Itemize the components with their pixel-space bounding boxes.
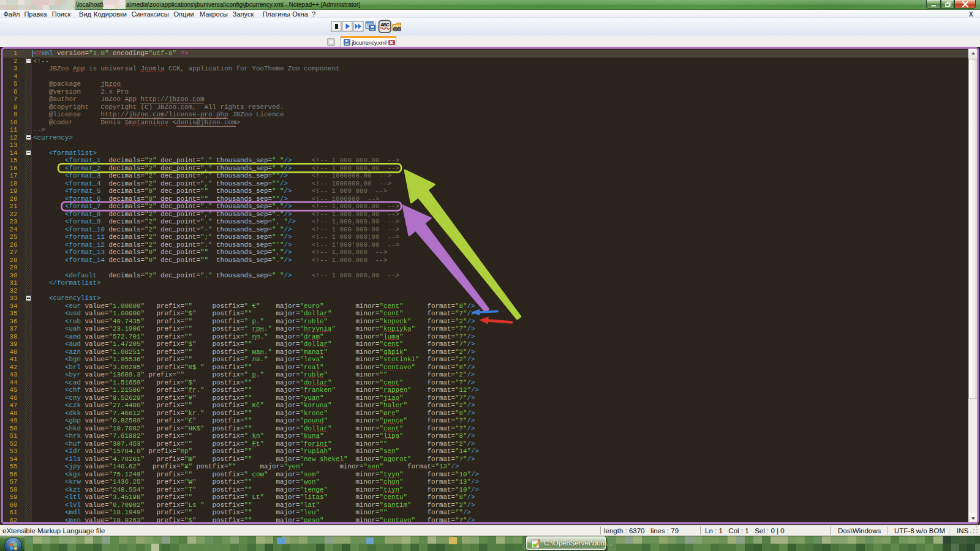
svg-text:ABC: ABC [380, 22, 390, 28]
